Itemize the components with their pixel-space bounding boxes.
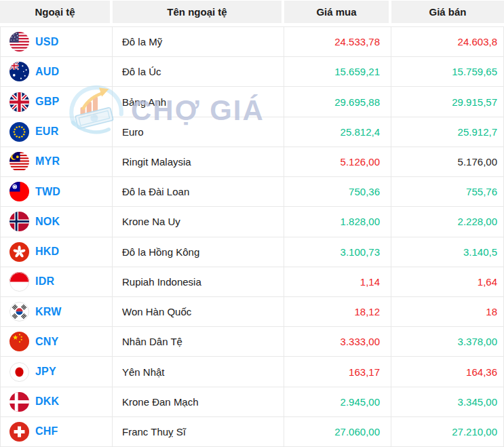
buy-price: 3.100,73 [284, 237, 391, 267]
column-header-currency-name: Tên ngoại tệ [113, 1, 284, 23]
buy-price: 27.060,00 [284, 417, 391, 446]
table-row: KRW Won Hàn Quốc 18,12 18 [1, 296, 503, 326]
table-row: GBP Bảng Anh 29.695,88 29.915,57 [1, 86, 503, 116]
flag-krw-icon [9, 302, 29, 322]
flag-nok-icon [9, 212, 29, 231]
table-row: DKK Krone Đan Mạch 2.945,00 3.345,00 [1, 387, 503, 416]
sell-price: 15.759,65 [391, 57, 503, 86]
currency-name: Won Hàn Quốc [113, 297, 284, 326]
buy-price: 25.812,4 [284, 117, 391, 147]
currency-cell: CNY [1, 327, 113, 356]
currency-name: Bảng Anh [113, 87, 284, 116]
currency-name: Rupiah Indonesia [113, 267, 284, 296]
currency-code-link[interactable]: DKK [35, 395, 59, 408]
currency-name: Nhân Dân Tệ [113, 327, 284, 356]
sell-price: 2.228,00 [391, 207, 503, 236]
flag-dkk-icon [9, 392, 29, 412]
sell-price: 755,76 [391, 177, 503, 206]
buy-price: 163,17 [284, 357, 391, 386]
currency-cell: USD [1, 27, 113, 56]
exchange-rate-table: Ngoại tệ Tên ngoại tệ Giá mua Giá bán US… [0, 0, 504, 447]
currency-code-link[interactable]: MYR [35, 155, 60, 168]
flag-usd-icon [9, 32, 29, 52]
currency-cell: DKK [1, 387, 113, 416]
buy-price: 1.828,00 [284, 207, 391, 236]
sell-price: 18 [391, 297, 503, 326]
currency-name: Euro [113, 117, 284, 147]
sell-price: 3.378,00 [391, 327, 503, 356]
currency-code-link[interactable]: KRW [35, 306, 62, 318]
table-row: USD Đô la Mỹ 24.533,78 24.603,8 [1, 26, 503, 56]
sell-price: 5.176,00 [391, 147, 503, 176]
table-row: EUR Euro 25.812,4 25.912,7 [1, 117, 503, 147]
table-row: TWD Đô la Đài Loan 750,36 755,76 [1, 176, 503, 206]
flag-aud-icon [9, 62, 29, 81]
table-row: IDR Rupiah Indonesia 1,14 1,64 [1, 267, 503, 296]
flag-eur-icon [9, 122, 29, 142]
currency-cell: IDR [1, 267, 113, 296]
buy-price: 15.659,21 [284, 57, 391, 86]
table-row: MYR Ringit Malaysia 5.126,00 5.176,00 [1, 147, 503, 176]
buy-price: 29.695,88 [284, 87, 391, 116]
table-header: Ngoại tệ Tên ngoại tệ Giá mua Giá bán [0, 1, 504, 23]
currency-code-link[interactable]: JPY [35, 366, 56, 378]
sell-price: 1,64 [391, 267, 503, 296]
column-header-sell-price: Giá bán [391, 1, 504, 23]
table-body: USD Đô la Mỹ 24.533,78 24.603,8 AUD Đô l… [0, 26, 504, 447]
currency-code-link[interactable]: EUR [35, 125, 58, 138]
currency-name: Đô la Úc [113, 57, 284, 86]
sell-price: 24.603,8 [391, 27, 503, 56]
currency-code-link[interactable]: USD [35, 36, 58, 48]
currency-name: Đô la Mỹ [113, 27, 284, 56]
sell-price: 27.210,00 [391, 417, 503, 446]
page: { "colors": { "up": "#0abf8e", "down": "… [0, 0, 504, 447]
buy-price: 18,12 [284, 297, 391, 326]
flag-jpy-icon [9, 362, 29, 382]
currency-cell: EUR [1, 117, 113, 147]
table-row: CNY Nhân Dân Tệ 3.333,00 3.378,00 [1, 326, 503, 356]
currency-cell: HKD [1, 237, 113, 267]
currency-cell: CHF [1, 417, 113, 446]
currency-code-link[interactable]: IDR [35, 275, 54, 288]
currency-cell: NOK [1, 207, 113, 236]
currency-code-link[interactable]: AUD [35, 66, 59, 78]
currency-name: Ringit Malaysia [113, 147, 284, 176]
currency-code-link[interactable]: CNY [35, 336, 58, 348]
currency-code-link[interactable]: CHF [35, 425, 58, 438]
currency-code-link[interactable]: NOK [35, 216, 60, 228]
sell-price: 29.915,57 [391, 87, 503, 116]
flag-myr-icon [9, 152, 29, 172]
currency-cell: JPY [1, 357, 113, 386]
buy-price: 750,36 [284, 177, 391, 206]
buy-price: 1,14 [284, 267, 391, 296]
flag-twd-icon [9, 182, 29, 201]
currency-code-link[interactable]: GBP [35, 96, 59, 108]
buy-price: 24.533,78 [284, 27, 391, 56]
currency-cell: GBP [1, 87, 113, 116]
buy-price: 5.126,00 [284, 147, 391, 176]
currency-name: Đô la Đài Loan [113, 177, 284, 206]
column-header-currency: Ngoại tệ [0, 1, 113, 23]
currency-cell: KRW [1, 297, 113, 326]
table-row: HKD Đô la Hồng Kông 3.100,73 3.140,5 [1, 237, 503, 267]
sell-price: 25.912,7 [391, 117, 503, 147]
flag-hkd-icon [9, 242, 29, 262]
sell-price: 3.345,00 [391, 387, 503, 416]
currency-code-link[interactable]: TWD [35, 186, 60, 198]
currency-cell: TWD [1, 177, 113, 206]
column-header-buy-price: Giá mua [284, 1, 391, 23]
table-row: AUD Đô la Úc 15.659,21 15.759,65 [1, 56, 503, 86]
currency-code-link[interactable]: HKD [35, 246, 59, 258]
currency-name: Krone Đan Mạch [113, 387, 284, 416]
table-row: JPY Yên Nhật 163,17 164,36 [1, 356, 503, 386]
table-row: CHF Franc Thuỵ Sĩ 27.060,00 27.210,00 [1, 416, 503, 446]
sell-price: 3.140,5 [391, 237, 503, 267]
currency-name: Krone Na Uy [113, 207, 284, 236]
table-row: NOK Krone Na Uy 1.828,00 2.228,00 [1, 206, 503, 236]
flag-cny-icon [9, 332, 29, 351]
currency-name: Franc Thuỵ Sĩ [113, 417, 284, 446]
currency-cell: MYR [1, 147, 113, 176]
currency-cell: AUD [1, 57, 113, 86]
flag-chf-icon [9, 422, 29, 442]
currency-name: Yên Nhật [113, 357, 284, 386]
